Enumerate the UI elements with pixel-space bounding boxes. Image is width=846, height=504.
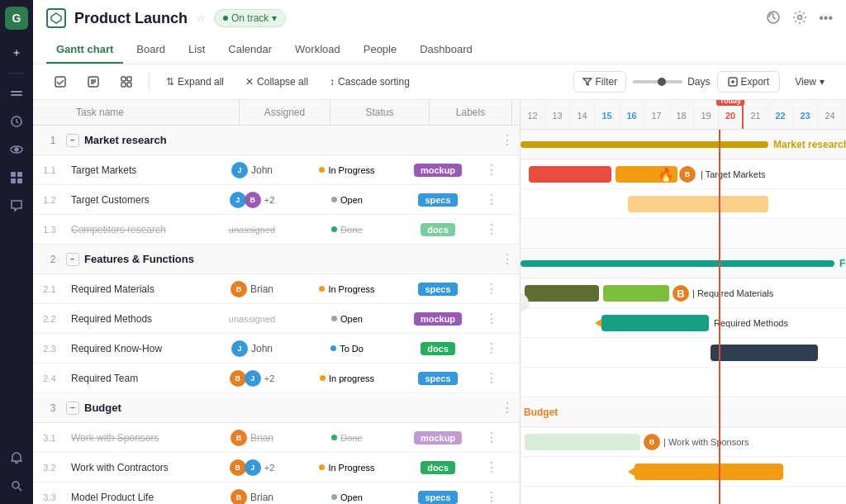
tab-people[interactable]: People [354,36,406,64]
task-menu[interactable]: ⋮ [479,430,504,445]
sidebar-icon-eye[interactable] [5,138,28,161]
day-col: 18 [669,102,694,129]
sidebar-icon-clock[interactable] [5,110,28,133]
task-menu[interactable]: ⋮ [479,192,504,207]
task-name: Work with Contractors [66,462,207,473]
history-icon[interactable] [766,10,781,27]
task-menu[interactable]: ⋮ [479,281,504,297]
task-label: mockup [397,312,479,326]
gantt-bar-market-research: Market research [520,139,846,150]
table-row: 2.3 Required Know-How J John To Do docs … [33,334,520,364]
task-menu[interactable]: ⋮ [479,340,504,356]
label-badge: docs [421,223,455,236]
group-1-collapse-btn[interactable]: − [66,134,79,147]
day-col: 12 [520,102,545,129]
header: Product Launch ☆ On track ▾ ••• Gantt ch… [33,0,846,64]
gantt-row-3-2 [520,457,846,487]
group-1-title: − Market research [66,129,495,152]
task-assigned: B J +2 [207,370,297,387]
avatar: B [245,192,261,208]
task-status: In Progress [297,284,397,294]
sidebar-icon-search[interactable] [5,474,28,497]
filter-btn[interactable]: Filter [573,71,627,93]
status-badge[interactable]: On track ▾ [214,9,286,27]
status-dot [319,286,325,292]
group-2-num: 2 [33,254,66,265]
bar-label: | Target Markets [701,169,765,179]
toolbar-separator-1 [149,74,150,90]
task-name: Required Know-How [66,343,207,354]
gantt-bar-contractors [628,464,783,480]
task-assigned: J B +2 [207,192,297,208]
group-1-menu[interactable]: ⋮ [495,132,520,148]
app-logo[interactable]: G [5,7,28,30]
status-dot [223,16,228,21]
group-3-collapse-btn[interactable]: − [66,402,79,415]
svg-rect-18 [127,83,131,87]
task-num: 2.1 [33,284,66,294]
expand-all-label: Expand all [178,76,224,88]
grid-view-btn[interactable] [112,72,140,92]
group-3-menu[interactable]: ⋮ [495,400,520,416]
gantt-scroll[interactable]: 12 13 14 15 16 17 18 19 20 Today 21 22 [520,100,846,504]
avatar: B [231,430,247,446]
add-column-btn[interactable]: + [512,100,520,125]
table-row: 1.1 Target Markets J John In Progress mo… [33,155,520,185]
task-menu[interactable]: ⋮ [479,221,504,237]
col-num-header [33,100,66,125]
tab-list[interactable]: List [178,36,215,64]
task-label: docs [397,223,479,236]
sidebar-icon-layers[interactable] [5,82,28,105]
days-slider[interactable] [633,80,682,83]
table-row: 3.3 Model Product Life B Brian Open spec… [33,483,520,504]
group-1-header: 1 − Market research ⋮ [33,126,520,155]
list-view-btn[interactable] [79,72,107,92]
view-btn[interactable]: View ▾ [787,72,833,92]
task-status: Open [297,195,397,205]
task-num: 3.1 [33,433,66,443]
task-menu[interactable]: ⋮ [479,489,504,504]
export-btn[interactable]: Export [717,71,781,93]
task-name: Required Materials [66,283,207,295]
svg-point-4 [15,148,18,151]
label-badge: mockup [414,431,462,445]
collapse-all-btn[interactable]: ✕ Collapse all [237,72,316,92]
expand-all-btn[interactable]: ⇅ Expand all [158,72,232,92]
main-area: Product Launch ☆ On track ▾ ••• Gantt ch… [33,0,846,504]
status-dot [331,197,337,202]
star-icon[interactable]: ☆ [196,12,206,25]
avatar: J [231,340,248,357]
sidebar-icon-bell[interactable] [5,446,28,469]
tab-board[interactable]: Board [126,36,175,64]
label-badge: mockup [414,312,462,326]
gantt-row-3-1: B | Work with Sponsors [520,427,846,457]
cascade-sort-btn[interactable]: ↕ Cascade sorting [321,72,418,92]
bar-label: Market research [773,139,846,150]
task-menu[interactable]: ⋮ [479,162,504,178]
task-status: In progress [297,373,397,383]
tab-gantt[interactable]: Gantt chart [46,36,123,64]
checkbox-view-btn[interactable] [46,72,74,92]
task-menu[interactable]: ⋮ [479,311,504,326]
tab-dashboard[interactable]: Dashboard [410,36,482,64]
bar-req-knowhow [711,345,818,361]
task-status: In Progress [297,165,397,175]
sidebar-icon-grid[interactable] [5,166,28,189]
bar-label: Required Methods [714,318,788,328]
sidebar-bottom [5,446,28,497]
tab-workload[interactable]: Workload [285,36,350,64]
more-icon[interactable]: ••• [819,11,833,26]
status-dot [320,375,326,381]
task-menu[interactable]: ⋮ [479,370,504,386]
gantt-row-1-2 [520,189,846,219]
group-2-label: Features & Functions [84,253,194,265]
group-2-collapse-btn[interactable]: − [66,253,79,266]
sidebar-icon-plus[interactable]: ＋ [5,41,28,64]
sidebar-icon-chat[interactable] [5,194,28,217]
settings-icon[interactable] [792,10,807,27]
task-menu[interactable]: ⋮ [479,459,504,475]
group-2-menu[interactable]: ⋮ [495,251,520,267]
bar-segment-2 [603,285,669,302]
task-label: specs [397,491,479,504]
tab-calendar[interactable]: Calendar [218,36,282,64]
